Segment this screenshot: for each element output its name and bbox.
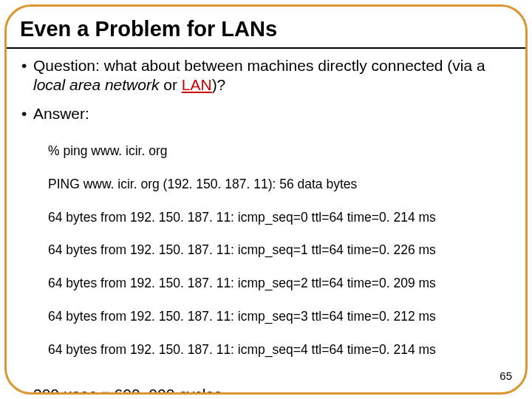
bullet-mark: •	[21, 56, 33, 95]
bullet-question: • Question: what about between machines …	[21, 56, 515, 95]
slide-title: Even a Problem for LANs	[20, 17, 512, 41]
cycles-text: 200 μsec = 600, 000 cycles	[33, 385, 515, 395]
question-mid: or	[159, 76, 181, 93]
question-text: Question: what about between machines di…	[33, 56, 515, 95]
ping-line: 64 bytes from 192. 150. 187. 11: icmp_se…	[48, 308, 515, 324]
ping-line: 64 bytes from 192. 150. 187. 11: icmp_se…	[48, 209, 515, 225]
title-bar: Even a Problem for LANs	[7, 7, 525, 49]
ping-line: 64 bytes from 192. 150. 187. 11: icmp_se…	[48, 242, 515, 258]
bullet-answer: • Answer:	[21, 104, 515, 123]
ping-line: 64 bytes from 192. 150. 187. 11: icmp_se…	[48, 275, 515, 291]
slide-frame: Even a Problem for LANs • Question: what…	[4, 4, 528, 395]
bullet-mark: •	[21, 385, 33, 395]
answer-label: Answer:	[33, 104, 515, 123]
ping-line: 64 bytes from 192. 150. 187. 11: icmp_se…	[48, 341, 515, 358]
question-italic: local area network	[33, 76, 159, 93]
ping-cmd: % ping www. icir. org	[48, 143, 515, 159]
question-post: )?	[212, 76, 226, 93]
bullet-cycles: • 200 μsec = 600, 000 cycles	[21, 385, 515, 395]
page-number: 65	[499, 369, 512, 382]
lan-link: LAN	[182, 76, 212, 93]
slide-body: • Question: what about between machines …	[7, 49, 525, 395]
ping-header: PING www. icir. org (192. 150. 187. 11):…	[48, 176, 515, 192]
ping-output: % ping www. icir. org PING www. icir. or…	[21, 125, 515, 381]
question-pre: Question: what about between machines di…	[33, 57, 485, 74]
bullet-mark: •	[21, 104, 33, 123]
